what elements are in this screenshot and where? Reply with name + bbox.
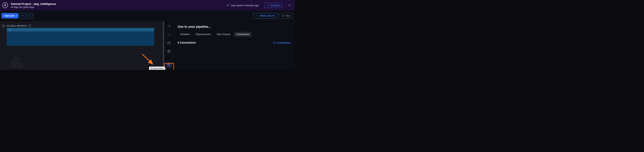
connections-count: 0 Connections: [178, 41, 196, 44]
git-commit-icon: [267, 4, 269, 6]
commit-button[interactable]: Commit: [264, 3, 282, 8]
environment-tooltip: Environment: [149, 67, 165, 70]
code-editor[interactable]: 1: [7, 28, 154, 46]
main-area: GLOBAL IMPORTS 1: [0, 21, 295, 70]
svg-point-17: [170, 27, 170, 27]
add-connection-button[interactable]: + Connection: [273, 41, 291, 44]
save-status-text: Last saved 4 minutes ago: [231, 4, 259, 7]
play-icon: [282, 14, 284, 17]
rail-settings-button[interactable]: [166, 48, 172, 54]
app-header: A Tutorial Project - dog_intelligence Al…: [0, 0, 295, 10]
editor-pane: GLOBAL IMPORTS 1: [0, 21, 164, 70]
right-panel: Use in your pipeline... Variables Requir…: [174, 21, 295, 70]
rail-schedule-button[interactable]: [166, 40, 172, 46]
tab-variables[interactable]: Variables: [178, 32, 192, 37]
pipeline-icon: [167, 25, 171, 28]
project-subtitle: All dogs are good dogs!: [10, 6, 56, 8]
insert-below-icon: [29, 14, 31, 17]
tab-connections[interactable]: Connections: [234, 32, 252, 37]
nav-cell[interactable]: [15, 64, 18, 67]
check-icon: [226, 4, 229, 6]
save-status: Last saved 4 minutes ago: [226, 4, 259, 7]
side-rail: Environment: [164, 21, 174, 70]
line-number: 1: [7, 29, 12, 31]
run-button[interactable]: Run: [279, 13, 293, 18]
svg-line-15: [142, 54, 153, 64]
rail-code-button[interactable]: [166, 32, 172, 38]
gear-icon: [167, 50, 171, 53]
annotation-arrow-icon: [141, 53, 154, 66]
scrollbar[interactable]: [163, 21, 164, 70]
project-title: Tutorial Project - dog_intelligence: [10, 2, 56, 5]
tab-requirements[interactable]: Requirements: [193, 32, 213, 37]
svg-marker-10: [283, 15, 284, 16]
info-icon[interactable]: [28, 24, 31, 27]
cell-collapse-toggle[interactable]: [2, 24, 5, 28]
add-cell-button[interactable]: Add Cell ▾: [2, 13, 18, 18]
code-icon: [167, 33, 171, 36]
close-icon: [288, 4, 291, 7]
cell-navigator[interactable]: [11, 55, 23, 67]
panel-title: Use in your pipeline...: [178, 25, 291, 29]
write-ai-label: Write with AI: [260, 14, 275, 17]
svg-point-0: [268, 5, 268, 6]
add-cell-label: Add Cell: [4, 14, 14, 17]
plus-circle-icon: +: [273, 41, 276, 44]
insert-above-button[interactable]: [20, 13, 26, 19]
connections-row: 0 Connections + Connection: [178, 41, 291, 44]
cell-area: GLOBAL IMPORTS 1: [0, 21, 164, 50]
chevron-down-icon: ▾: [16, 15, 17, 17]
brand-logo-icon: A: [2, 2, 8, 8]
code-line: 1: [7, 28, 154, 31]
sparkle-icon: [256, 14, 259, 17]
svg-point-22: [168, 51, 170, 52]
calendar-icon: [167, 41, 171, 45]
svg-point-16: [168, 25, 168, 26]
close-button[interactable]: [286, 2, 292, 8]
tab-task-outputs[interactable]: Task Outputs: [214, 32, 233, 37]
svg-rect-18: [168, 42, 170, 44]
insert-below-button[interactable]: [27, 13, 33, 19]
nav-cell[interactable]: [11, 64, 14, 67]
commit-label: Commit: [270, 4, 280, 7]
tooltip-text: Environment: [150, 67, 163, 70]
chevron-down-icon: [2, 25, 4, 27]
section-label: GLOBAL IMPORTS: [7, 25, 27, 27]
insert-above-icon: [22, 14, 24, 17]
panel-tabs: Variables Requirements Task Outputs Conn…: [178, 32, 291, 37]
write-with-ai-button[interactable]: Write with AI: [254, 13, 278, 18]
nav-cell[interactable]: [15, 55, 18, 59]
nav-cell[interactable]: [19, 64, 23, 67]
editor-toolbar: Add Cell ▾ Write with AI Run: [0, 10, 295, 21]
run-label: Run: [286, 14, 290, 17]
nav-cell[interactable]: [11, 60, 14, 63]
rail-pipeline-button[interactable]: [166, 23, 172, 29]
add-connection-label: Connection: [277, 41, 291, 44]
cell-section-header: GLOBAL IMPORTS: [7, 24, 160, 27]
title-block: Tutorial Project - dog_intelligence All …: [10, 2, 56, 8]
nav-cell[interactable]: [15, 60, 18, 63]
